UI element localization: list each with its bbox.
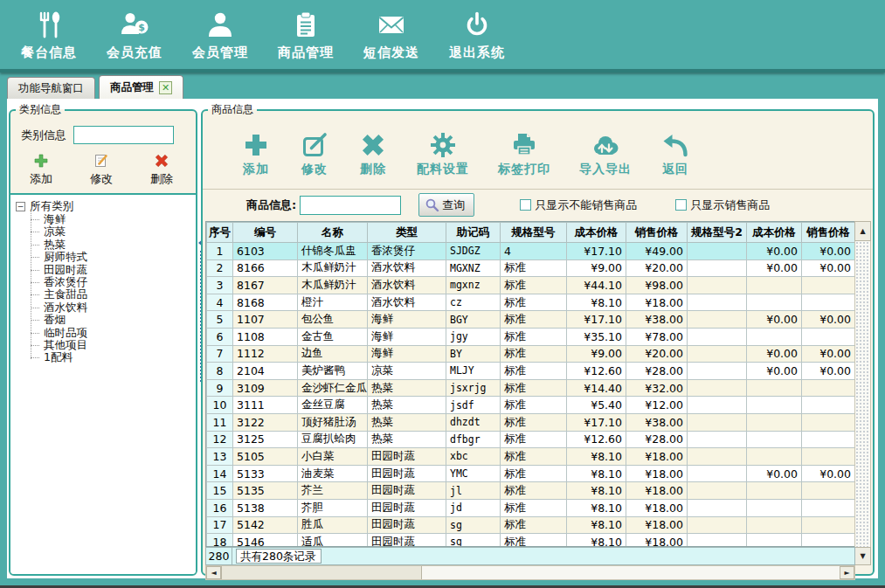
- table-row[interactable]: 175142胜瓜田园时蔬sg标准¥8.10¥18.00: [207, 516, 855, 534]
- table-row[interactable]: 71112边鱼海鲜BY标准¥9.00¥20.00¥0.00¥0.00: [207, 345, 855, 363]
- table-row[interactable]: 145133油麦菜田园时蔬YMC标准¥8.10¥18.00¥0.00¥0.00: [207, 465, 855, 482]
- query-button[interactable]: 查询: [418, 193, 474, 217]
- column-header[interactable]: 序号: [207, 223, 233, 243]
- tree-item[interactable]: 酒水饮料: [21, 301, 192, 314]
- table-row[interactable]: 38167木瓜鲜奶汁酒水饮料mgxnz标准¥44.10¥98.00: [207, 277, 855, 294]
- vertical-scrollbar[interactable]: ▲ ▼: [854, 221, 871, 565]
- table-row[interactable]: 93109金沙虾仁金瓜热菜jsxrjg标准¥14.40¥32.00: [207, 379, 855, 397]
- table-row[interactable]: 113122顶好猪肚汤热菜dhzdt标准¥17.10¥38.00: [207, 413, 855, 431]
- checkbox-icon[interactable]: [675, 199, 687, 211]
- column-header[interactable]: 成本价格: [567, 223, 626, 243]
- tree-root[interactable]: − 所有类别: [16, 200, 192, 213]
- tree-item[interactable]: 海鲜: [21, 213, 192, 225]
- table-row[interactable]: 16103什锦冬瓜盅香浓煲仔SJDGZ4¥17.10¥49.00¥0.00¥0.…: [207, 243, 855, 260]
- tree-item[interactable]: 其他项目: [21, 339, 192, 351]
- tree-item[interactable]: 田园时蔬: [21, 264, 192, 276]
- tree-collapse-icon[interactable]: −: [16, 202, 25, 211]
- table-row[interactable]: 165138芥胆田园时蔬jd标准¥8.10¥18.00: [207, 499, 855, 516]
- cell: ¥0.00: [747, 243, 802, 260]
- tree-item[interactable]: 凉菜: [21, 225, 192, 238]
- nav-member-manage[interactable]: 会员管理: [183, 3, 257, 66]
- tree-item-list: 海鲜凉菜热菜厨师特式田园时蔬香浓煲仔主食甜品酒水饮料香烟临时品项其他项目1配料: [21, 213, 192, 364]
- table-row[interactable]: 135105小白菜田园时蔬xbc标准¥8.10¥18.00: [207, 448, 855, 466]
- cell: 标准: [501, 397, 567, 414]
- table-row[interactable]: 123125豆腐扒蛤肉热菜dfbgr标准¥12.60¥28.00: [207, 431, 855, 448]
- cell: [688, 259, 747, 277]
- cell: 3111: [233, 397, 298, 414]
- cell: 标准: [501, 516, 567, 534]
- horizontal-scrollbar[interactable]: ◄ ►: [205, 565, 855, 580]
- cell: ¥28.00: [626, 363, 688, 380]
- column-header[interactable]: 成本价格: [747, 223, 802, 243]
- cell: [747, 448, 802, 466]
- checkbox-icon[interactable]: [520, 199, 531, 211]
- product-delete-button[interactable]: 删除: [358, 130, 388, 177]
- scroll-up-icon[interactable]: ▲: [854, 221, 871, 241]
- cell: 海鲜: [368, 345, 446, 363]
- category-add-button[interactable]: 添加: [30, 153, 52, 187]
- tree-item[interactable]: 1配料: [21, 351, 192, 363]
- cell: [688, 448, 747, 466]
- tree-item[interactable]: 热菜: [21, 239, 192, 251]
- category-input[interactable]: [73, 126, 174, 144]
- category-modify-button[interactable]: 修改: [90, 153, 113, 187]
- cell: [802, 413, 855, 431]
- cell: MGXNZ: [446, 259, 501, 277]
- product-search-label: 商品信息:: [246, 197, 296, 213]
- table-row[interactable]: 61108金古鱼海鲜jgy标准¥35.10¥78.00: [207, 328, 855, 345]
- cell: [802, 277, 855, 294]
- table-row[interactable]: 185146适瓜田园时蔬sg标准¥8.10¥18.00: [207, 534, 855, 547]
- scrollbar-thumb[interactable]: [221, 566, 422, 579]
- scroll-down-icon[interactable]: ▼: [854, 547, 871, 565]
- column-header[interactable]: 销售价格: [802, 223, 855, 243]
- tree-item[interactable]: 临时品项: [21, 327, 192, 339]
- nav-product-manage[interactable]: 商品管理: [269, 3, 342, 66]
- row-number-cell: 16: [207, 499, 233, 516]
- table-row[interactable]: 28166木瓜鲜奶汁酒水饮料MGXNZ标准¥9.00¥20.00¥0.00¥0.…: [207, 259, 855, 277]
- return-button[interactable]: 返回: [660, 130, 690, 177]
- cell: ¥8.10: [567, 516, 626, 534]
- cell: 标准: [501, 328, 567, 345]
- tree-item[interactable]: 香浓煲仔: [21, 276, 192, 288]
- cell: 3122: [233, 413, 298, 431]
- import-export-button[interactable]: 导入导出: [579, 130, 632, 177]
- tree-item[interactable]: 主食甜品: [21, 288, 192, 301]
- column-header[interactable]: 助记码: [446, 223, 501, 243]
- category-delete-button[interactable]: 删除: [150, 153, 173, 187]
- cell: 标准: [501, 499, 567, 516]
- label-print-button[interactable]: 标签打印: [498, 130, 550, 177]
- column-header[interactable]: 类型: [368, 223, 446, 243]
- cell: ¥0.00: [802, 243, 855, 260]
- checkbox-hide-unsellable[interactable]: 只显示不能销售商品: [520, 197, 637, 213]
- column-header[interactable]: 名称: [298, 223, 368, 243]
- checkbox-show-sellable[interactable]: 只显示销售商品: [675, 197, 770, 213]
- tab-product-manage[interactable]: 商品管理 ✕: [99, 75, 183, 99]
- column-header[interactable]: 规格型号: [501, 223, 567, 243]
- table-row[interactable]: 103111金丝豆腐热菜jsdf标准¥5.40¥12.00: [207, 397, 855, 414]
- table-row[interactable]: 48168橙汁酒水饮料cz标准¥8.10¥18.00: [207, 294, 855, 311]
- scrollbar-track[interactable]: [422, 566, 840, 579]
- nav-sms-send[interactable]: 短信发送: [355, 3, 428, 66]
- scroll-left-icon[interactable]: ◄: [206, 566, 221, 579]
- ingredient-settings-button[interactable]: 配料设置: [417, 130, 469, 177]
- scrollbar-track[interactable]: [854, 241, 871, 547]
- tree-item[interactable]: 香烟: [21, 314, 192, 326]
- nav-member-recharge[interactable]: $ 会员充值: [98, 3, 171, 66]
- table-row[interactable]: 155135芥兰田园时蔬jl标准¥8.10¥18.00: [207, 482, 855, 500]
- column-header[interactable]: 销售价格: [626, 223, 688, 243]
- tree-item[interactable]: 厨师特式: [21, 251, 192, 263]
- close-icon[interactable]: ✕: [159, 81, 172, 94]
- column-header[interactable]: 规格型号2: [688, 223, 747, 243]
- product-search-input[interactable]: [300, 196, 401, 215]
- nav-exit-system[interactable]: 退出系统: [440, 3, 514, 66]
- scroll-right-icon[interactable]: ►: [840, 566, 854, 579]
- nav-table-info[interactable]: 餐台信息: [12, 3, 86, 66]
- table-row[interactable]: 82104美炉酱鸭凉菜MLJY标准¥12.60¥28.00¥0.00¥0.00: [207, 363, 855, 380]
- table-row[interactable]: 51107包公鱼海鲜BGY标准¥17.10¥38.00¥0.00¥0.00: [207, 311, 855, 329]
- cell: 橙汁: [298, 294, 368, 311]
- product-add-button[interactable]: 添加: [241, 130, 271, 177]
- column-header[interactable]: 编号: [233, 223, 298, 243]
- product-modify-button[interactable]: 修改: [300, 130, 329, 177]
- tab-nav-window[interactable]: 功能导航窗口: [7, 77, 95, 99]
- member-manage-icon: [204, 10, 237, 41]
